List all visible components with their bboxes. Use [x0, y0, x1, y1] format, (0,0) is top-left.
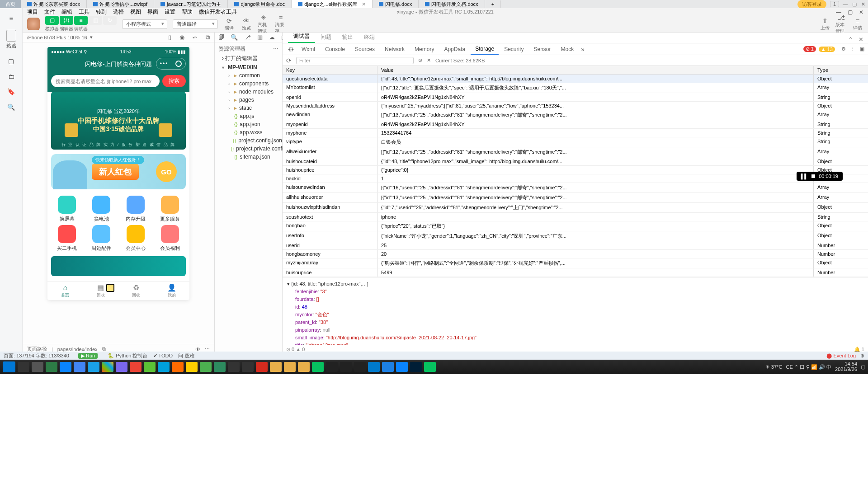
eye-icon[interactable]: 👁	[195, 347, 200, 352]
taskbar-app[interactable]	[312, 362, 324, 372]
table-row[interactable]: userInfo{"nickName":"许小龙","gender":1,"la…	[283, 231, 868, 241]
table-row[interactable]: myopenidoR4WR4gas2kZEaPVI1Ng1xN84hXYStri…	[283, 120, 868, 129]
menu-item[interactable]: 帮助	[182, 8, 193, 16]
table-row[interactable]: huishouzwlxpfthisdindan{"id":7,"userid":…	[283, 203, 868, 213]
chevron-up-icon[interactable]: ⌃	[848, 36, 853, 43]
promo-image[interactable]	[51, 256, 186, 276]
tab-storage[interactable]: Storage	[471, 44, 499, 55]
record-icon[interactable]: ◉	[179, 34, 184, 41]
table-row[interactable]: backid1String	[283, 174, 868, 183]
taskbar-app[interactable]	[18, 362, 29, 372]
taskbar-app[interactable]	[382, 362, 394, 372]
maximize-icon[interactable]: ▢	[848, 9, 853, 15]
banner[interactable]: 闪电修 当选2020年 中国手机维修行业十大品牌 中国3·15诚信品牌 行 业 …	[51, 92, 186, 150]
real-device-button[interactable]: ✳真机调试	[258, 18, 269, 30]
more-icon[interactable]: ⋯	[273, 45, 278, 53]
tab-sensor[interactable]: Sensor	[529, 44, 556, 54]
problems-button[interactable]: 问 疑难	[178, 352, 194, 359]
clock[interactable]: 14:542021/9/26	[835, 361, 857, 372]
home-tab[interactable]: 首页	[0, 0, 21, 9]
error-count[interactable]: ⊘ 1	[803, 46, 816, 52]
doc-tab[interactable]: django常用命令.doc	[228, 0, 292, 9]
debugger-button[interactable]: ≡调试器	[74, 16, 88, 32]
table-row[interactable]: viptype白银会员String	[283, 137, 868, 147]
table-row[interactable]: openidoR4WR4gas2kZEaPVI1Ng1xN84hXYString	[283, 93, 868, 102]
taskbar-app[interactable]	[200, 362, 212, 372]
device-label[interactable]: iPhone 6/7/8 Plus 100% 16	[27, 35, 87, 40]
folder-icon[interactable]: 🗀	[8, 73, 14, 80]
menu-item[interactable]: 设置	[165, 8, 175, 16]
open-editors-section[interactable]: › 打开的编辑器	[215, 54, 282, 63]
service-item[interactable]: 周边配件	[85, 225, 117, 252]
square-icon[interactable]: ▢	[8, 57, 14, 65]
more-icon[interactable]: •••	[160, 61, 169, 67]
chevron-down-icon[interactable]: ▾	[90, 34, 93, 40]
close-icon[interactable]: ✕	[362, 1, 366, 7]
menu-item[interactable]: 选择	[113, 8, 124, 16]
editor-button[interactable]: ⟨/⟩编辑器	[60, 16, 73, 32]
taskbar-app[interactable]	[298, 362, 310, 372]
cloud-icon[interactable]: ☁	[269, 34, 275, 41]
tab-wxml[interactable]: Wxml	[297, 44, 320, 54]
maximize-icon[interactable]: ▢	[852, 1, 857, 7]
clear-cache-button[interactable]: ≡清缓存	[275, 18, 287, 30]
simulator-button[interactable]: ▢模拟器	[45, 16, 59, 32]
menu-item[interactable]: 项目	[27, 8, 38, 16]
extension-icon[interactable]: ▥	[257, 34, 263, 41]
tabbar-recycle2[interactable]: ♻回收	[118, 282, 154, 300]
taskbar-app[interactable]	[102, 362, 113, 372]
close-icon[interactable]: ✕	[859, 9, 863, 15]
taskbar-app[interactable]	[256, 362, 268, 372]
bookmark-icon[interactable]: 🔖	[7, 88, 15, 95]
tab-security[interactable]: Security	[500, 44, 528, 54]
folder-item[interactable]: ›▸pages	[215, 96, 282, 104]
taskbar-app[interactable]	[228, 362, 240, 372]
folder-item[interactable]: ›▸node-modules	[215, 88, 282, 96]
tab-mock[interactable]: Mock	[557, 44, 579, 54]
file-item[interactable]: {}project.config.json	[215, 136, 282, 145]
warning-count[interactable]: ▲ 13	[819, 47, 835, 52]
taskbar-app[interactable]	[396, 362, 408, 372]
search-button[interactable]: 搜索	[162, 75, 186, 87]
menu-item[interactable]: 转到	[96, 8, 107, 16]
tray-icons[interactable]: CE ⌃ 口 ⚲ 📶 🔊 中	[786, 364, 831, 371]
doc-tab[interactable]: 许鹏飞东京买菜.docx	[21, 0, 87, 9]
taskbar-app[interactable]	[424, 362, 436, 372]
taskbar-app[interactable]	[242, 362, 254, 372]
close-ring-icon[interactable]	[175, 61, 182, 67]
table-row[interactable]: myzhijianarray{"购买渠道":"国行","网络制式":"全网通",…	[283, 258, 868, 268]
stop-icon[interactable]	[811, 174, 815, 178]
phone-icon[interactable]: ▯	[168, 34, 171, 41]
service-item[interactable]: 会员中心	[120, 225, 151, 252]
file-item[interactable]: {}project.private.config.js...	[215, 145, 282, 153]
menu-item[interactable]: 视图	[130, 8, 141, 16]
service-item[interactable]: 买二手机	[51, 225, 83, 252]
service-item[interactable]: 换屏幕	[51, 196, 83, 222]
new-tab-button[interactable]: +	[485, 0, 501, 8]
table-row[interactable]: huisounewdindan[{"id":16,"userid":"25","…	[283, 183, 868, 193]
project-root[interactable]: ▾MP-WEIXIN	[215, 63, 282, 71]
service-item[interactable]: 更多服务	[154, 196, 186, 222]
table-row[interactable]: MYbottomlist[{"id":12,"title":"更换后置摄像头",…	[283, 83, 868, 93]
taskbar-app[interactable]	[284, 362, 296, 372]
menu-item[interactable]: 文件	[44, 8, 55, 16]
search-icon[interactable]: 🔍	[7, 103, 15, 111]
screen-recorder-overlay[interactable]: ▌▌ 00:00:19	[797, 172, 843, 181]
back-icon[interactable]: ⤺	[193, 34, 198, 41]
taskbar-app[interactable]	[410, 362, 422, 372]
tab-console[interactable]: Console	[321, 44, 349, 54]
screenshot-icon[interactable]: ⧉	[206, 34, 210, 41]
file-item[interactable]: {}app.js	[215, 112, 282, 120]
service-item[interactable]: 会员福利	[154, 225, 186, 252]
table-row[interactable]: Myuseridndalladdress{"myuserid":25,"myad…	[283, 102, 868, 110]
file-item[interactable]: {}app.json	[215, 120, 282, 128]
branch-icon[interactable]: ⎇	[244, 34, 251, 41]
taskbar-app[interactable]	[130, 362, 142, 372]
tab-debugger[interactable]: 调试器	[288, 31, 315, 43]
table-row[interactable]: allweixiuorder[{"id":12,"userid":"25","a…	[283, 147, 868, 157]
detail-head[interactable]: ▾ {id: 48, title: "iphone12pro-max",…}	[287, 280, 863, 288]
taskbar-app[interactable]	[144, 362, 156, 372]
menu-item[interactable]: 编辑	[61, 8, 72, 16]
refresh-icon[interactable]: ⟳	[286, 57, 292, 64]
newbie-card[interactable]: 快来领取新人红包呀！ 新人红包 GO	[51, 154, 186, 189]
